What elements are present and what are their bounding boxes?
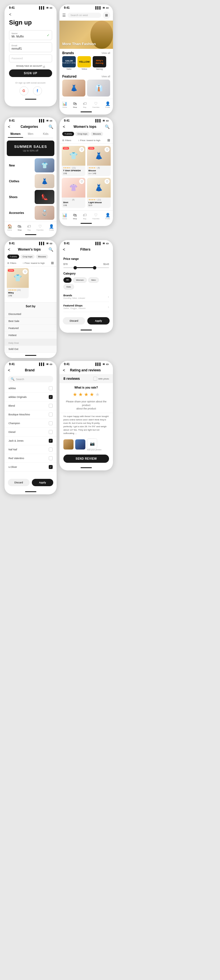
brand-adidas-orig-checkbox[interactable] [49, 395, 53, 399]
tab-women[interactable]: Women [8, 130, 23, 138]
with-photo-toggle[interactable]: With photo [93, 377, 109, 381]
brand-nafnaf-checkbox[interactable] [49, 447, 53, 452]
back-button[interactable]: < [9, 12, 52, 17]
brand-nafnaf[interactable]: Naf Naf [5, 445, 57, 454]
add-photo-button[interactable]: 📷 [87, 439, 97, 449]
brand-blend-checkbox[interactable] [49, 404, 53, 408]
price-slider[interactable] [63, 267, 109, 268]
nav-profile-cat[interactable]: 👤 Profile [49, 224, 54, 231]
featured-card-1[interactable]: 👗 [62, 80, 85, 97]
category-accessories[interactable]: Accesories 💍 [7, 206, 54, 220]
sort-featured[interactable]: Featured [5, 325, 57, 332]
back-tops-r[interactable]: < [63, 124, 65, 129]
filter-label-r[interactable]: ⊟ Filters [62, 139, 71, 142]
search-tops-r-icon[interactable]: 🔍 [105, 124, 109, 129]
sort-sold-out[interactable]: Sold Out [5, 346, 57, 353]
price-label-l[interactable]: ↕ Price: lowest to high [22, 262, 45, 264]
send-review-button[interactable]: SEND REVIEW [63, 455, 109, 463]
back-rating[interactable]: < [63, 368, 65, 372]
brand-item-yellow[interactable]: YELLOW Yellow [78, 56, 91, 70]
brand-search-bar[interactable]: 🔍 Search [8, 376, 53, 382]
discard-button-brand[interactable]: Discard [8, 479, 30, 486]
brand-search-input[interactable]: Search [16, 378, 51, 381]
tab-croptops-r[interactable]: Crop tops [75, 132, 90, 136]
cat-kids[interactable]: Kids [63, 284, 74, 290]
brand-adidas-checkbox[interactable] [49, 386, 53, 390]
hamburger-icon[interactable]: ☰ [62, 13, 66, 18]
cat-all[interactable]: All [63, 277, 71, 283]
brand-blend[interactable]: Blend [5, 401, 57, 410]
cat-women[interactable]: Women [73, 277, 87, 283]
tshirt-fav-l[interactable]: ♡ [22, 269, 28, 274]
featured-view-all[interactable]: View all [101, 75, 110, 78]
star-1[interactable]: ★ [73, 391, 77, 398]
tshirt-fav-r[interactable]: ♡ [79, 147, 84, 152]
price-label-r[interactable]: ↕ Price: lowest to high [78, 139, 101, 142]
product-blouse-r[interactable]: 👗 20% ♡ ★★★★☆ (8) Blouse $14 14$ [87, 146, 111, 176]
tab-kids[interactable]: Kids [38, 130, 53, 138]
nav-shop-tops-r[interactable]: 🛍 Shop [73, 213, 77, 220]
tab-men[interactable]: Men [23, 130, 38, 138]
nav-profile[interactable]: 👤 Profile [105, 101, 110, 108]
nav-bag-tops-r[interactable]: 🏷 Bag [83, 213, 87, 220]
nav-bag-cat[interactable]: 🏷 Bag [27, 224, 31, 231]
brand-champion-checkbox[interactable] [49, 421, 53, 425]
shirt-fav-r[interactable]: ♡ [79, 179, 84, 184]
tab-tshirts-r[interactable]: T-shirts [62, 132, 74, 136]
back-categories[interactable]: < [8, 124, 10, 129]
search-categories-icon[interactable]: 🔍 [49, 124, 53, 129]
google-signin-button[interactable]: G [19, 86, 28, 95]
name-field[interactable]: Name Mr. Muffin ✓ [9, 30, 52, 40]
back-tops-l[interactable]: < [8, 247, 10, 252]
brand-item-aarong[interactable]: Willy'sAarong Aarong [93, 56, 106, 70]
tab-blouses-l[interactable]: Blouses [36, 255, 48, 259]
featured-card-2[interactable]: 👔 [87, 80, 110, 97]
brand-item-sailor[interactable]: SAILORINTERNATIONAL Sailor [62, 56, 76, 70]
nav-home[interactable]: 📊 Home [62, 101, 67, 108]
nav-fav-tops-r[interactable]: ♡ Favorites [92, 213, 100, 220]
nav-bag[interactable]: 🏷 Bag [83, 101, 87, 108]
discard-button-filters[interactable]: Discard [63, 317, 85, 325]
grid-icon-l[interactable]: ⊞ [51, 261, 54, 265]
star-3[interactable]: ★ [84, 391, 89, 398]
brand-boutique-checkbox[interactable] [49, 412, 53, 417]
nav-shop-cat[interactable]: 🛍 Shop [17, 224, 21, 231]
nav-fav-cat[interactable]: ♡ Favorites [36, 224, 44, 231]
category-new[interactable]: New 👕 [7, 158, 54, 172]
product-lightblouse-r[interactable]: 👗 ♡ ★★★★☆ (11) Light blouse $19 [87, 178, 111, 208]
featured-shops-filter-row[interactable]: Featured Shops Sailor, Oogyo, Yasoon › [63, 302, 109, 312]
brand-redvalentino-checkbox[interactable] [49, 456, 53, 460]
nav-home-tops-r[interactable]: 📊 Home [62, 213, 67, 220]
category-clothes[interactable]: Clothes 👗 [7, 174, 54, 188]
brands-filter-row[interactable]: Brands Dorothy, Nike, Lilower › [63, 292, 109, 302]
lightblouse-fav-r[interactable]: ♡ [104, 179, 109, 184]
brand-red-valentino[interactable]: Red Valentino [5, 454, 57, 463]
brand-soliver[interactable]: s.Oliver [5, 463, 57, 471]
nav-favorites[interactable]: ♡ Favorites [92, 101, 100, 108]
nav-home-cat[interactable]: 🏠 Home [7, 224, 12, 231]
search-tops-l-icon[interactable]: 🔍 [49, 247, 53, 252]
brand-adidas[interactable]: adidas [5, 384, 57, 393]
signup-button[interactable]: SIGN UP [9, 69, 52, 77]
star-5[interactable]: ★ [95, 391, 100, 398]
nav-profile-tops-r[interactable]: 👤 Profile [105, 213, 110, 220]
blouse-fav-r[interactable]: ♡ [104, 147, 109, 152]
photo-thumb-1[interactable] [63, 439, 73, 450]
star-2[interactable]: ★ [78, 391, 83, 398]
brand-diesel[interactable]: Diesel [5, 428, 57, 436]
search-bar[interactable]: Search on west [68, 13, 101, 18]
email-field[interactable]: Email mrmuff1 [9, 42, 52, 52]
brands-view-all[interactable]: View all [101, 52, 110, 54]
product-tshirt-l[interactable]: 👕 20% ♡ ★★★★★ (11) Miley 19$ [7, 268, 29, 298]
star-4[interactable]: ★ [90, 391, 94, 398]
brand-jackjones[interactable]: Jack & Jones [5, 436, 57, 445]
slider-thumb-max[interactable] [93, 266, 97, 269]
brand-champion[interactable]: Champion [5, 419, 57, 428]
tab-blouses-r[interactable]: Blouses [91, 132, 103, 136]
sort-hottest[interactable]: Hottest [5, 332, 57, 339]
apply-button-filters[interactable]: Apply [87, 317, 109, 325]
login-link[interactable]: → [43, 65, 45, 67]
back-filters[interactable]: < [63, 247, 65, 252]
brand-boutique[interactable]: Boutique Moschino [5, 410, 57, 419]
brand-jackjones-checkbox[interactable] [49, 439, 53, 443]
